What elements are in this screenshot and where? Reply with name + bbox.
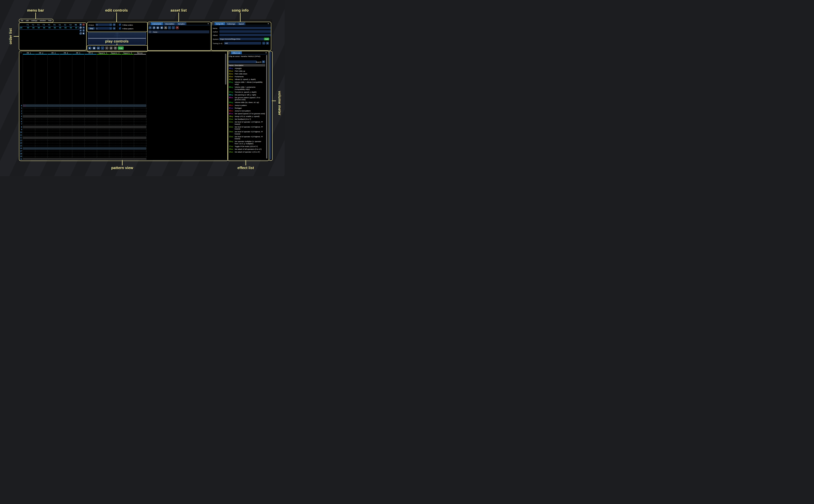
pattern-cell[interactable]: ············· <box>97 116 110 117</box>
channel-header[interactable]: Square 1 <box>97 52 109 54</box>
pattern-cell[interactable]: ············· <box>109 137 122 139</box>
effect-row[interactable]: 0Cxx Retrigger <box>229 107 265 109</box>
pattern-cell[interactable]: ············· <box>122 159 134 160</box>
system-input[interactable]: Sega Genesis/Mega Drive <box>219 38 265 40</box>
effect-row[interactable]: 03xx Portamento <box>229 76 265 78</box>
pattern-cell[interactable]: ············· <box>85 148 97 150</box>
pattern-cell[interactable]: ············· <box>72 126 85 128</box>
pattern-cell[interactable]: ············· <box>23 151 36 152</box>
octave-plus-button[interactable]: + <box>113 23 116 26</box>
menu-item[interactable]: help <box>48 20 52 22</box>
pattern-cell[interactable]: ············· <box>35 137 48 139</box>
octave-minus-button[interactable]: - <box>109 23 112 26</box>
unlink-button[interactable] <box>79 32 82 35</box>
pattern-cell[interactable]: ············· <box>23 118 36 120</box>
pattern-cell[interactable]: ············· <box>35 153 48 155</box>
pattern-cell[interactable]: ············· <box>97 145 110 147</box>
pattern-cell[interactable]: ············· <box>23 129 36 131</box>
order-col-header[interactable]: S2 <box>62 24 68 26</box>
pattern-cell[interactable]: ············· <box>134 153 147 155</box>
asset-selected-row[interactable]: - None - <box>148 30 209 33</box>
effect-row[interactable]: 08xy Set panning (x: left; y: right) <box>229 94 265 96</box>
pattern-cell[interactable]: ············· <box>122 156 134 158</box>
order-col-header[interactable]: F6 <box>52 24 57 26</box>
effect-row[interactable]: 05xy Volume slide + vibrato (compatibili… <box>229 81 265 85</box>
order-col-header[interactable]: F3 <box>36 24 41 26</box>
chevron-down-icon[interactable]: ▼ <box>148 22 150 25</box>
pattern-cell[interactable]: ············· <box>72 124 85 125</box>
pattern-cell[interactable]: ············· <box>122 153 134 155</box>
pattern-cell[interactable]: ············· <box>134 124 147 125</box>
pattern-cell[interactable]: ············· <box>122 110 134 112</box>
pattern-cell[interactable]: ············· <box>60 126 73 128</box>
pattern-cell[interactable]: ············· <box>85 137 97 139</box>
pattern-cell[interactable]: ············· <box>97 105 110 107</box>
pattern-corner[interactable]: ++ <box>20 52 22 54</box>
order-cell[interactable]: 00 <box>63 27 68 29</box>
order-cell[interactable]: 00 <box>41 27 47 29</box>
order-cell[interactable]: 00 <box>52 27 57 29</box>
tab-wavetables[interactable]: Wavetables <box>163 22 176 25</box>
pattern-cell[interactable]: ············· <box>35 129 48 131</box>
pattern-cell[interactable]: ············· <box>48 124 60 125</box>
pattern-cell[interactable]: ············· <box>23 121 36 123</box>
pattern-cell[interactable]: ············· <box>122 116 134 117</box>
pattern-cell[interactable]: ············· <box>122 132 134 134</box>
tab-instruments[interactable]: Instruments <box>151 22 163 25</box>
pattern-cell[interactable]: ············· <box>97 148 110 150</box>
order-cell[interactable]: 00 <box>31 27 36 29</box>
effect-row[interactable]: 04xy Vibrato (x: speed; y: depth) <box>229 78 265 81</box>
pattern-cell[interactable]: ············· <box>60 113 73 115</box>
pattern-cell[interactable]: ············· <box>72 134 85 136</box>
pattern-cell[interactable]: ············· <box>72 159 85 160</box>
pattern-cell[interactable]: ············· <box>60 143 73 144</box>
pattern-cell[interactable]: ············· <box>109 159 122 160</box>
pattern-cell[interactable]: ············· <box>48 126 60 128</box>
cursor-button[interactable] <box>82 32 85 35</box>
author-input[interactable] <box>219 30 271 33</box>
pattern-cell[interactable]: ············· <box>109 134 122 136</box>
effect-row[interactable]: 1Axx Set attack of operator 1 (0 to 1F) <box>229 151 265 153</box>
pattern-cell[interactable]: ············· <box>60 148 73 150</box>
pattern-cell[interactable]: ············· <box>35 108 48 109</box>
move-up-button[interactable]: ∧ <box>82 26 85 29</box>
pattern-cell[interactable]: ············· <box>48 137 60 139</box>
pattern-cell[interactable]: ············· <box>122 126 134 128</box>
pattern-cell[interactable]: ············· <box>109 126 122 128</box>
pattern-cell[interactable]: ············· <box>134 118 147 120</box>
pattern-cell[interactable]: ············· <box>109 113 122 115</box>
pattern-cell[interactable]: ············· <box>72 113 85 115</box>
pattern-cell[interactable]: ············· <box>97 113 110 115</box>
effect-row[interactable]: 16xy Set operator multiplier (x: operato… <box>229 140 265 145</box>
pattern-cell[interactable]: ············· <box>72 145 85 147</box>
pattern-cell[interactable]: ············· <box>72 132 85 134</box>
order-col-header[interactable]: F2 <box>30 24 36 26</box>
pattern-cell[interactable]: ············· <box>72 108 85 109</box>
pattern-cell[interactable]: ············· <box>85 121 97 123</box>
pattern-cell[interactable]: ············· <box>60 156 73 158</box>
step-input[interactable]: 1 <box>95 27 110 30</box>
close-icon[interactable]: ✕ <box>207 22 210 25</box>
pattern-cell[interactable]: ············· <box>134 159 147 160</box>
pattern-scrollbar[interactable] <box>225 54 226 85</box>
pattern-cell[interactable]: ············· <box>23 113 36 115</box>
pattern-cell[interactable]: ············· <box>35 124 48 125</box>
pattern-cell[interactable]: ············· <box>109 156 122 158</box>
pattern-cell[interactable]: ············· <box>97 132 110 134</box>
tuning-plus-button[interactable]: + <box>266 42 269 45</box>
pattern-cell[interactable]: ············· <box>23 110 36 112</box>
pattern-cell[interactable]: ············· <box>109 140 122 141</box>
pattern-cell[interactable]: ············· <box>48 156 60 158</box>
tab-samples[interactable]: Samples <box>176 22 186 25</box>
follow-orders-checkbox[interactable]: ✓ <box>119 23 121 26</box>
pattern-cell[interactable]: ············· <box>35 121 48 123</box>
effect-row[interactable]: 06xy Volume slide + portamento (compatib… <box>229 86 265 90</box>
pattern-cell[interactable]: ············· <box>109 124 122 125</box>
effect-row[interactable]: 11xx Set feedback (0 to 7) <box>229 118 265 120</box>
octave-input[interactable]: 3 <box>95 23 110 26</box>
order-col-header[interactable]: S1 <box>57 24 62 26</box>
move-up-button[interactable]: ↑ <box>168 26 171 29</box>
pattern-cell[interactable]: ············· <box>60 134 73 136</box>
remove-button[interactable]: − <box>82 23 85 26</box>
play-pattern-button[interactable] <box>92 46 96 50</box>
